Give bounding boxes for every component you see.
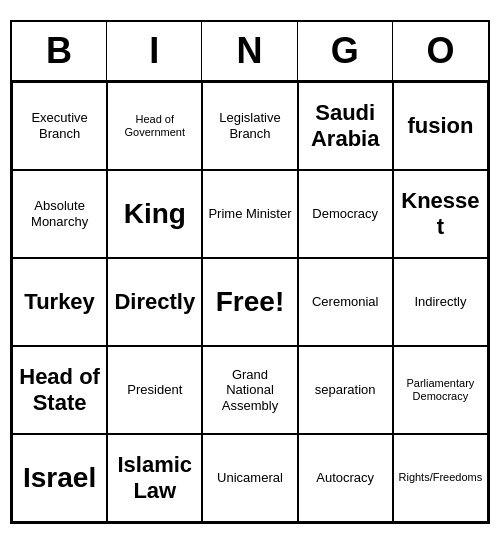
bingo-cell: Islamic Law <box>107 434 202 522</box>
bingo-cell: Democracy <box>298 170 393 258</box>
bingo-cell: Israel <box>12 434 107 522</box>
bingo-cell: Absolute Monarchy <box>12 170 107 258</box>
bingo-cell: Unicameral <box>202 434 297 522</box>
bingo-cell: Rights/Freedoms <box>393 434 488 522</box>
bingo-header: BINGO <box>12 22 488 82</box>
bingo-cell: separation <box>298 346 393 434</box>
header-letter: B <box>12 22 107 80</box>
header-letter: G <box>298 22 393 80</box>
header-letter: I <box>107 22 202 80</box>
bingo-card: BINGO Executive BranchHead of Government… <box>10 20 490 524</box>
bingo-cell: fusion <box>393 82 488 170</box>
bingo-cell: Free! <box>202 258 297 346</box>
bingo-cell: Turkey <box>12 258 107 346</box>
bingo-grid: Executive BranchHead of GovernmentLegisl… <box>12 82 488 522</box>
bingo-cell: Ceremonial <box>298 258 393 346</box>
bingo-cell: Knesset <box>393 170 488 258</box>
bingo-cell: President <box>107 346 202 434</box>
header-letter: N <box>202 22 297 80</box>
bingo-cell: King <box>107 170 202 258</box>
bingo-cell: Parliamentary Democracy <box>393 346 488 434</box>
bingo-cell: Head of State <box>12 346 107 434</box>
bingo-cell: Saudi Arabia <box>298 82 393 170</box>
bingo-cell: Prime Minister <box>202 170 297 258</box>
header-letter: O <box>393 22 488 80</box>
bingo-cell: Indirectly <box>393 258 488 346</box>
bingo-cell: Autocracy <box>298 434 393 522</box>
bingo-cell: Legislative Branch <box>202 82 297 170</box>
bingo-cell: Directly <box>107 258 202 346</box>
bingo-cell: Executive Branch <box>12 82 107 170</box>
bingo-cell: Grand National Assembly <box>202 346 297 434</box>
bingo-cell: Head of Government <box>107 82 202 170</box>
